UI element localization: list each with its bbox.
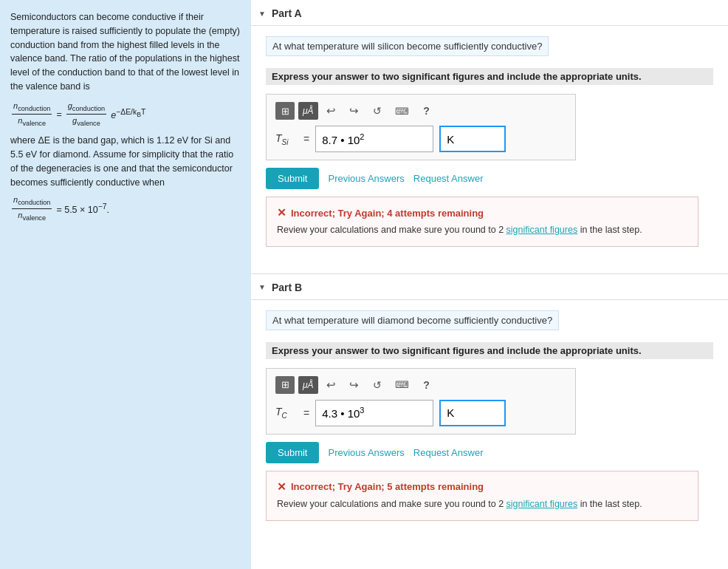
part-b-eq-sign: = bbox=[303, 407, 309, 419]
part-b-prev-answers-link[interactable]: Previous Answers bbox=[328, 447, 404, 458]
toolbar-fwd-btn-b[interactable]: ↪ bbox=[345, 376, 364, 394]
part-b-error-title-text: Incorrect; Try Again; 5 attempts remaini… bbox=[291, 481, 484, 492]
toolbar-grid-btn-a[interactable]: ⊞ bbox=[275, 102, 295, 120]
part-a-value: 8.7 • 102 bbox=[322, 132, 364, 146]
part-a-unit-field[interactable]: K bbox=[439, 126, 506, 152]
part-b-var-label: TC bbox=[275, 406, 298, 420]
ratio-formula: nconduction nvalence = 5.5 × 10−7. bbox=[10, 194, 241, 224]
part-a-question: At what temperature will silicon become … bbox=[266, 36, 549, 56]
toolbar-help-btn-a[interactable]: ? bbox=[417, 102, 436, 120]
part-a-answer-box: ⊞ μÅ ↩ ↪ ↺ ⌨ ? TSi = 8.7 • 102 K bbox=[266, 94, 576, 160]
part-b-header: ▼ Part B bbox=[251, 274, 728, 300]
part-a-error-title-text: Incorrect; Try Again; 4 attempts remaini… bbox=[291, 208, 484, 219]
part-a-error-body: Review your calculations and make sure y… bbox=[277, 223, 687, 237]
toolbar-keyboard-btn-b[interactable]: ⌨ bbox=[391, 376, 413, 394]
part-b-input-row: TC = 4.3 • 103 K bbox=[275, 400, 566, 426]
toolbar-refresh-btn-a[interactable]: ↺ bbox=[368, 102, 387, 120]
part-a-value-field[interactable]: 8.7 • 102 bbox=[315, 126, 433, 152]
part-b-label: Part B bbox=[272, 282, 302, 293]
fraction-conduction: nconduction nvalence bbox=[12, 100, 52, 130]
right-panel: ▼ Part A At what temperature will silico… bbox=[251, 0, 728, 569]
part-a-section: At what temperature will silicon become … bbox=[251, 26, 728, 273]
ratio-fraction: nconduction nvalence bbox=[12, 194, 52, 224]
part-a-unit: K bbox=[447, 133, 454, 146]
part-a-triangle: ▼ bbox=[258, 10, 266, 18]
part-b-error-title: ✕ Incorrect; Try Again; 5 attempts remai… bbox=[277, 480, 687, 494]
part-a-header: ▼ Part A bbox=[251, 0, 728, 26]
part-a-request-answer-link[interactable]: Request Answer bbox=[413, 173, 484, 184]
part-b-request-answer-link[interactable]: Request Answer bbox=[413, 447, 484, 458]
part-a-error-title: ✕ Incorrect; Try Again; 4 attempts remai… bbox=[277, 206, 687, 219]
left-paragraph2: where ΔE is the band gap, which is 1.12 … bbox=[10, 134, 241, 189]
toolbar-mu-btn-b[interactable]: μÅ bbox=[298, 376, 318, 394]
part-b-instruction: Express your answer to two significant f… bbox=[266, 342, 713, 359]
part-b-toolbar: ⊞ μÅ ↩ ↪ ↺ ⌨ ? bbox=[275, 376, 566, 394]
part-a-label: Part A bbox=[272, 7, 302, 19]
part-a-error-icon: ✕ bbox=[277, 206, 286, 219]
part-a-var-label: TSi bbox=[275, 132, 298, 146]
part-a-prev-answers-link[interactable]: Previous Answers bbox=[328, 173, 404, 184]
part-b-error-icon: ✕ bbox=[277, 480, 286, 494]
part-b-submit-button[interactable]: Submit bbox=[266, 442, 319, 463]
part-b-triangle: ▼ bbox=[258, 283, 266, 291]
part-b-value-field[interactable]: 4.3 • 103 bbox=[315, 400, 433, 426]
part-b-answer-box: ⊞ μÅ ↩ ↪ ↺ ⌨ ? TC = 4.3 • 103 K bbox=[266, 368, 576, 435]
part-b-error-link[interactable]: significant figures bbox=[506, 499, 578, 509]
part-a-error-box: ✕ Incorrect; Try Again; 4 attempts remai… bbox=[266, 197, 698, 247]
part-a-submit-button[interactable]: Submit bbox=[266, 168, 319, 189]
part-a-instruction: Express your answer to two significant f… bbox=[266, 68, 713, 85]
part-a-input-row: TSi = 8.7 • 102 K bbox=[275, 126, 566, 152]
part-b-error-box: ✕ Incorrect; Try Again; 5 attempts remai… bbox=[266, 471, 698, 521]
part-a-toolbar: ⊞ μÅ ↩ ↪ ↺ ⌨ ? bbox=[275, 102, 566, 120]
part-b-unit: K bbox=[447, 406, 454, 419]
part-b-section: At what temperature will diamond become … bbox=[251, 300, 728, 548]
part-a-error-link[interactable]: significant figures bbox=[506, 225, 578, 235]
toolbar-keyboard-btn-a[interactable]: ⌨ bbox=[391, 102, 413, 120]
toolbar-grid-btn-b[interactable]: ⊞ bbox=[275, 376, 295, 394]
toolbar-fwd-btn-a[interactable]: ↪ bbox=[345, 102, 364, 120]
left-paragraph1: Semiconductors can become conductive if … bbox=[10, 10, 241, 94]
part-b-question: At what temperature will diamond become … bbox=[266, 310, 559, 330]
part-b-action-row: Submit Previous Answers Request Answer bbox=[266, 442, 713, 463]
part-a-action-row: Submit Previous Answers Request Answer bbox=[266, 168, 713, 189]
part-b-value: 4.3 • 103 bbox=[322, 406, 364, 420]
formula-display: nconduction nvalence = gconduction gvale… bbox=[10, 100, 241, 130]
fraction-g: gconduction gvalence bbox=[66, 100, 106, 130]
toolbar-help-btn-b[interactable]: ? bbox=[417, 376, 436, 394]
part-b-question-box: At what temperature will diamond become … bbox=[266, 310, 713, 336]
part-b-error-body: Review your calculations and make sure y… bbox=[277, 497, 687, 511]
toolbar-refresh-btn-b[interactable]: ↺ bbox=[368, 376, 387, 394]
toolbar-mu-btn-a[interactable]: μÅ bbox=[298, 102, 318, 120]
part-a-eq-sign: = bbox=[303, 133, 309, 145]
toolbar-back-btn-a[interactable]: ↩ bbox=[322, 102, 341, 120]
left-panel: Semiconductors can become conductive if … bbox=[0, 0, 251, 569]
part-b-unit-field[interactable]: K bbox=[439, 400, 506, 426]
part-a-question-box: At what temperature will silicon become … bbox=[266, 36, 713, 62]
toolbar-back-btn-b[interactable]: ↩ bbox=[322, 376, 341, 394]
